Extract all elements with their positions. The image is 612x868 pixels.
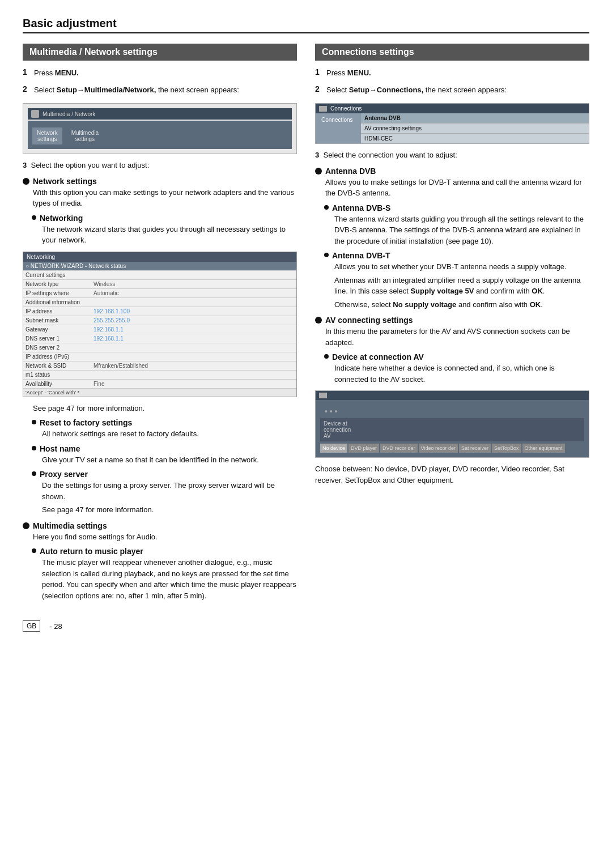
mock-conn-item-0: Antenna DVB [361,113,589,124]
bullet-small-icon-device-av [324,354,329,359]
left-section-header: Multimedia / Network settings [23,44,297,61]
bullet-large-icon-multimedia [23,522,29,529]
sub-bullet-dvb-s: Antenna DVB-S [324,203,589,212]
step-text-1-right: Press MENU. [326,67,589,79]
step-3-left: 3 Select the option you want to adjust: [23,160,297,171]
reset-body: All network settings are reset to factor… [42,428,297,440]
sub-bullet-networking-label: Networking [40,214,83,223]
sub-bullet-networking: Networking [32,214,297,223]
mock-net-row-9: IP address (IPv6) [23,352,296,361]
sub-bullet-auto-return: Auto return to music player [32,547,297,556]
antenna-dvb-body: Allows you to make settings for DVB-T an… [325,177,589,199]
bullet-av-label: AV connecting settings [325,316,413,325]
mock-connections-screen: Connections Connections Antenna DVB AV c… [315,103,589,144]
av-footer: Choose between: No device, DVD player, D… [315,463,589,486]
sub-bullet-host: Host name [32,444,297,453]
mock-av-device-label: Device atconnectionAV [320,418,584,441]
mock-item-multimedia: Multimediasettings [67,127,103,144]
tv-icon [319,106,327,112]
step-text-1-left: Press MENU. [34,67,297,79]
step-num-2-right: 2 [315,84,323,93]
bullet-network-settings: Network settings [23,177,297,186]
mock-conn-title: Connections [316,104,589,113]
page-title: Basic adjustment [23,17,589,33]
dots-indicator: • • • [325,407,580,416]
mock-net-row-8: DNS server 2 [23,343,296,352]
networking-body: The network wizard starts that guides yo… [42,224,297,246]
page-badge: GB [23,620,40,632]
mock-conn-item-2: HDMI-CEC [361,134,589,143]
step-num-1-right: 1 [315,67,323,76]
bullet-small-icon-dvbt [324,253,329,257]
step-2-left: 2 Select Setup→Multimedia/Network, the n… [23,84,297,98]
left-column: Multimedia / Network settings 1 Press ME… [23,44,297,603]
mock-av-item-6: Other equipment [522,444,565,453]
host-body: Give your TV set a name so that it can b… [42,454,297,466]
device-av-body: Indicate here whether a device is connec… [334,363,589,385]
mock-conn-layout: Connections Antenna DVB AV connecting se… [316,113,589,143]
mock-net-row-11: m1 status [23,371,296,380]
dvbt-body-2: Antennas with an integrated amplifier ne… [334,275,589,297]
bullet-av-connecting: AV connecting settings [315,316,589,325]
sub-bullet-device-av: Device at connection AV [324,352,589,361]
mock-net-row-4: IP address192.168.1.100 [23,307,296,316]
step-num-1-left: 1 [23,67,31,76]
step-num-2-left: 2 [23,84,31,93]
mock-conn-item-1: AV connecting settings [361,124,589,134]
mock-menu-items: Networksettings Multimediasettings [32,127,287,144]
step-3-right: 3 Select the connection you want to adju… [315,150,589,161]
step-1-left: 1 Press MENU. [23,67,297,81]
sub-bullet-proxy: Proxy server [32,470,297,479]
mock-conn-items: Antenna DVB AV connecting settings HDMI-… [361,113,589,143]
mock-net-row-12: AvailabilityFine [23,380,296,389]
dvbt-body-1: Allows you to set whether your DVB-T ant… [334,261,589,273]
see-page-47a: See page 47 for more information. [33,403,297,414]
bullet-multimedia-settings: Multimedia settings [23,521,297,530]
mock-net-status-header: ○ NETWORK WIZARD - Network status [23,262,296,271]
mock-title-bar: Multimedia / Network [28,108,292,120]
step-text-2-right: Select Setup→Connections, the next scree… [326,84,589,96]
av-body: In this menu the parameters for the AV a… [325,326,589,348]
page-footer: GB - 28 [23,620,589,632]
sub-bullet-dvbt-label: Antenna DVB-T [332,251,390,260]
page-number: - 28 [49,622,62,631]
mock-net-row-0: Current settings [23,271,296,280]
proxy-see-page: See page 47 for more information. [42,504,297,516]
step-2-right: 2 Select Setup→Connections, the next scr… [315,84,589,98]
dvbs-body: The antenna wizard starts guiding you th… [334,214,589,247]
dvbt-body-3: Otherwise, select No supply voltage and … [334,299,589,310]
mock-av-item-0: No device [320,444,347,453]
connections-title-text: Connections [330,105,362,112]
mock-net-title: Networking [23,252,296,262]
bullet-small-icon-proxy [32,471,36,476]
mock-av-item-5: SetTopBox [492,444,521,453]
mock-av-item-3: Video recor der [419,444,458,453]
sub-bullet-host-label: Host name [40,444,80,453]
sub-bullet-reset: Reset to factory settings [32,418,297,427]
mock-item-network: Networksettings [32,127,62,144]
bullet-antenna-label: Antenna DVB [325,167,376,176]
mock-conn-label: Connections [316,113,361,143]
mock-net-row-6: Gateway192.168.1.1 [23,325,296,334]
multimedia-body: Here you find some settings for Audio. [33,531,297,543]
gear-icon [31,110,39,118]
mock-networking-screen: Networking ○ NETWORK WIZARD - Network st… [23,252,297,397]
right-section-header: Connections settings [315,44,589,61]
bullet-small-icon-dvbs [324,205,329,210]
bullet-large-icon [23,178,29,185]
mock-menu-title: Multimedia / Network [42,111,95,117]
sub-bullet-dvbs-label: Antenna DVB-S [332,203,390,212]
sub-bullet-proxy-label: Proxy server [40,470,88,479]
step-text-2-left: Select Setup→Multimedia/Network, the nex… [34,84,297,96]
mock-av-item-2: DVD recor der [380,444,418,453]
bullet-small-icon-networking [32,215,36,220]
sub-bullet-dvb-t: Antenna DVB-T [324,251,589,260]
mock-av-body: • • • Device atconnectionAV No device DV… [316,400,589,457]
mock-net-footer: 'Accept' - 'Cancel with' * [23,389,296,397]
right-column: Connections settings 1 Press MENU. 2 Sel… [315,44,589,488]
auto-body: The music player will reappear whenever … [42,557,297,601]
sub-bullet-device-av-label: Device at connection AV [332,352,424,361]
mock-av-screen: • • • Device atconnectionAV No device DV… [315,390,589,458]
network-settings-body: With this option you can make settings t… [33,187,297,209]
tv-icon-av [319,393,327,398]
